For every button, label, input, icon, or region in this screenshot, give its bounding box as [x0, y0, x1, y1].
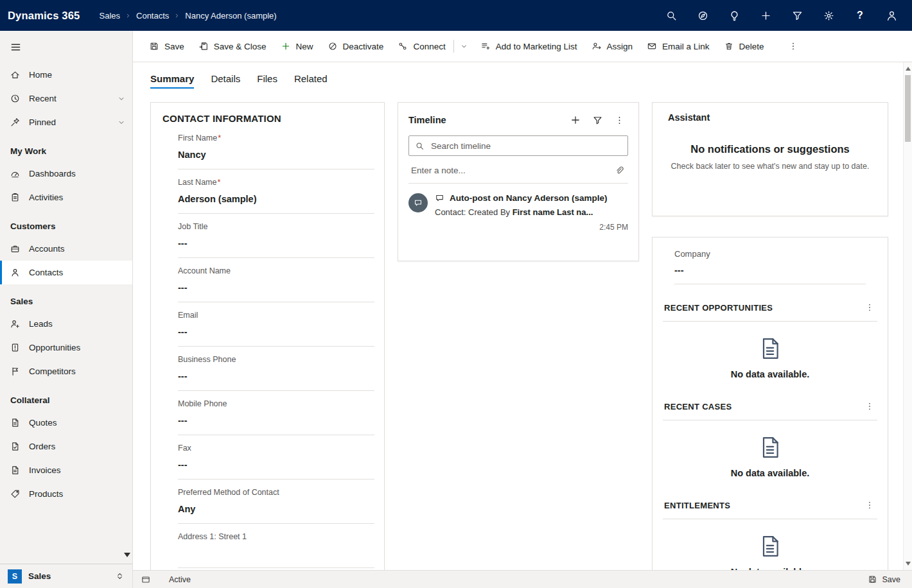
field-value-address-street[interactable]: [178, 548, 374, 559]
connect-dropdown-button[interactable]: [455, 35, 473, 57]
tab-files[interactable]: Files: [257, 62, 277, 94]
sidebar-item-invoices[interactable]: Invoices: [0, 458, 132, 482]
assistant-empty-subtitle: Check back later to see what's new and s…: [665, 162, 875, 171]
field-value-preferred-method[interactable]: Any: [178, 504, 374, 515]
advanced-find-button[interactable]: [785, 4, 809, 27]
app-frame: Home Recent Pinned My Work Dashboards Ac…: [0, 31, 912, 588]
sidebar-item-leads[interactable]: Leads: [0, 312, 132, 336]
new-button[interactable]: New: [274, 35, 320, 57]
assign-icon: [592, 41, 602, 51]
section-more-button[interactable]: [862, 300, 877, 315]
field-value-email[interactable]: ---: [178, 327, 374, 338]
sidebar-item-label: Invoices: [29, 465, 61, 475]
main-scrollbar[interactable]: [903, 62, 912, 570]
sidebar-item-contacts[interactable]: Contacts: [0, 261, 132, 284]
command-label: Add to Marketing List: [496, 42, 577, 51]
sidebar-scroll-down-arrow[interactable]: [124, 553, 130, 557]
field-value-company[interactable]: ---: [674, 265, 866, 284]
more-vertical-icon: [864, 401, 875, 411]
field-value-fax[interactable]: ---: [178, 460, 374, 471]
sidebar-item-home[interactable]: Home: [0, 63, 132, 87]
area-switcher[interactable]: S Sales: [0, 564, 132, 588]
field-value-job-title[interactable]: ---: [178, 238, 374, 249]
delete-button[interactable]: Delete: [717, 35, 771, 57]
sidebar-item-pinned[interactable]: Pinned: [0, 110, 132, 134]
timeline-filter-button[interactable]: [588, 111, 606, 129]
section-more-button[interactable]: [862, 497, 877, 513]
field-value-account-name[interactable]: ---: [178, 282, 374, 293]
field-value-first-name[interactable]: Nancy: [178, 150, 374, 160]
breadcrumb-record[interactable]: Nancy Aderson (sample): [185, 11, 276, 21]
email-a-link-button[interactable]: Email a Link: [640, 35, 717, 57]
main-column: Save Save & Close New Deactivate Connect: [133, 31, 912, 588]
sidebar-item-recent[interactable]: Recent: [0, 87, 132, 110]
menu-toggle-button[interactable]: [0, 31, 132, 63]
help-icon: ?: [857, 10, 863, 21]
field-label: Job Title: [178, 222, 208, 231]
timeline-add-button[interactable]: [566, 111, 584, 129]
deactivate-button[interactable]: Deactivate: [320, 35, 391, 57]
list-plus-icon: [480, 41, 491, 51]
section-more-button[interactable]: [862, 399, 877, 414]
tab-summary[interactable]: Summary: [150, 62, 194, 94]
field-label: Fax: [178, 444, 191, 453]
sidebar-item-label: Pinned: [29, 117, 56, 127]
note-input[interactable]: [410, 165, 609, 176]
section-title: ENTITLEMENTS: [664, 501, 730, 510]
breadcrumb-entity[interactable]: Contacts: [136, 11, 169, 21]
home-icon: [10, 69, 21, 80]
connect-button[interactable]: Connect: [390, 35, 452, 57]
sidebar-item-quotes[interactable]: Quotes: [0, 411, 132, 435]
command-label: Assign: [607, 42, 633, 51]
section-recent-opportunities: RECENT OPPORTUNITIES No data available.: [663, 300, 877, 383]
command-overflow-button[interactable]: [783, 35, 803, 57]
save-and-close-button[interactable]: Save & Close: [191, 35, 274, 57]
app-brand[interactable]: Dynamics 365: [8, 10, 80, 22]
field-value-business-phone[interactable]: ---: [178, 371, 374, 382]
scrollbar-down-arrow[interactable]: [904, 558, 912, 569]
chat-icon: [414, 198, 423, 207]
sidebar-item-activities[interactable]: Activities: [0, 186, 132, 209]
quick-create-button[interactable]: [754, 4, 777, 27]
field-value-last-name[interactable]: Aderson (sample): [178, 194, 374, 205]
field-label: First Name: [178, 134, 221, 143]
sidebar-item-dashboards[interactable]: Dashboards: [0, 162, 132, 186]
briefcase-icon: [10, 243, 21, 254]
scrollbar-up-arrow[interactable]: [904, 64, 912, 74]
command-bar: Save Save & Close New Deactivate Connect: [133, 31, 912, 62]
assign-button[interactable]: Assign: [584, 35, 640, 57]
settings-button[interactable]: [817, 4, 840, 27]
filter-icon: [592, 115, 603, 126]
clock-icon: [10, 93, 21, 104]
no-data-text: No data available.: [663, 468, 877, 478]
tab-related[interactable]: Related: [294, 62, 328, 94]
connect-icon: [398, 41, 408, 51]
paperclip-icon[interactable]: [614, 166, 624, 176]
timeline-more-button[interactable]: [610, 111, 628, 129]
sidebar-item-competitors[interactable]: Competitors: [0, 359, 132, 383]
insights-button[interactable]: [691, 4, 714, 27]
post-text-link[interactable]: First name Last na...: [513, 207, 593, 217]
timeline-search-input[interactable]: [430, 141, 622, 151]
footer-save-button[interactable]: Save: [868, 575, 901, 584]
clipboard-icon: [10, 192, 21, 203]
breadcrumb-area[interactable]: Sales: [99, 11, 120, 21]
save-button[interactable]: Save: [142, 35, 191, 57]
sidebar-item-accounts[interactable]: Accounts: [0, 237, 132, 261]
field-value-mobile-phone[interactable]: ---: [178, 415, 374, 426]
help-button[interactable]: ?: [848, 4, 872, 27]
search-button[interactable]: [660, 4, 683, 27]
field-preferred-method: Preferred Method of Contact Any: [178, 480, 374, 524]
timeline-post[interactable]: Auto-post on Nancy Aderson (sample) Cont…: [408, 193, 628, 232]
suggestions-button[interactable]: [723, 4, 746, 27]
sidebar-item-products[interactable]: Products: [0, 482, 132, 506]
sidebar-item-orders[interactable]: Orders: [0, 435, 132, 458]
sidebar-item-opportunities[interactable]: Opportunities: [0, 336, 132, 359]
add-to-marketing-list-button[interactable]: Add to Marketing List: [473, 35, 584, 57]
tab-details[interactable]: Details: [211, 62, 240, 94]
account-button[interactable]: [880, 4, 903, 27]
field-label: Company: [674, 249, 710, 259]
scrollbar-thumb[interactable]: [905, 75, 911, 142]
command-divider: [453, 40, 454, 53]
sidebar-group-customers: Customers: [0, 209, 132, 237]
